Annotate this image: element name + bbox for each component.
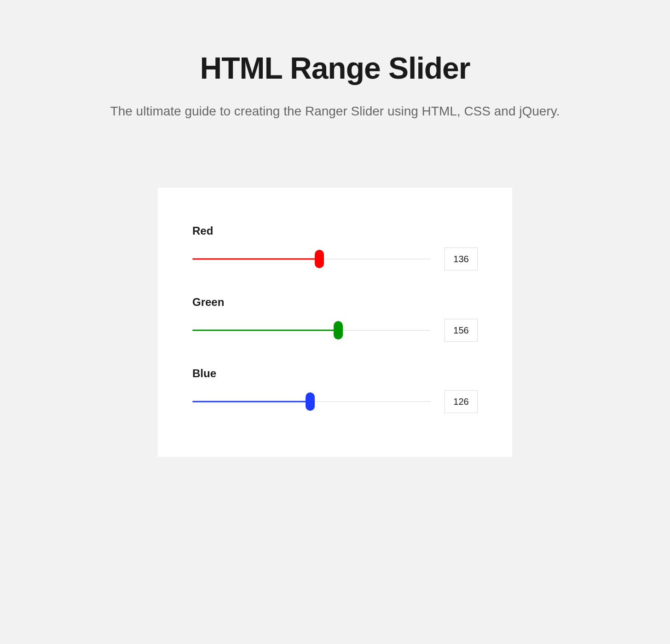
slider-group-green: Green 156 <box>192 296 478 342</box>
slider-value-green[interactable]: 156 <box>445 319 478 342</box>
page-subtitle: The ultimate guide to creating the Range… <box>0 104 670 119</box>
slider-fill-red <box>192 259 319 260</box>
slider-card: Red 136 Green 156 Blue <box>158 188 512 457</box>
slider-fill-blue <box>192 401 310 402</box>
slider-label-green: Green <box>192 296 478 309</box>
slider-value-blue[interactable]: 126 <box>445 390 478 413</box>
slider-thumb-red[interactable] <box>315 250 324 268</box>
slider-value-red[interactable]: 136 <box>445 247 478 270</box>
slider-track-green[interactable] <box>192 321 431 339</box>
slider-group-red: Red 136 <box>192 224 478 270</box>
slider-thumb-green[interactable] <box>334 321 343 339</box>
page-title: HTML Range Slider <box>0 51 670 86</box>
slider-thumb-blue[interactable] <box>306 392 315 411</box>
slider-track-red[interactable] <box>192 250 431 268</box>
slider-group-blue: Blue 126 <box>192 367 478 413</box>
slider-row-blue: 126 <box>192 390 478 413</box>
slider-row-green: 156 <box>192 319 478 342</box>
slider-row-red: 136 <box>192 247 478 270</box>
slider-fill-green <box>192 330 338 331</box>
slider-track-blue[interactable] <box>192 392 431 411</box>
slider-label-blue: Blue <box>192 367 478 380</box>
slider-label-red: Red <box>192 224 478 237</box>
